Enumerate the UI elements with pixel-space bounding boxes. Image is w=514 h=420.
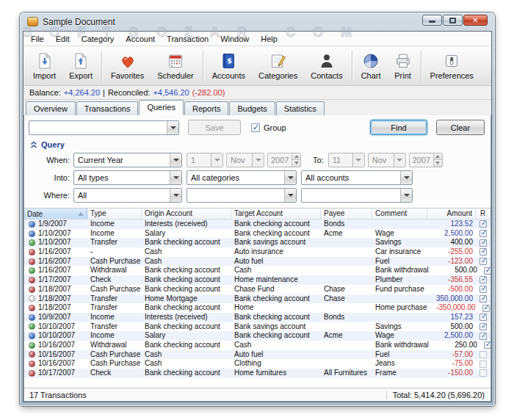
chart-button[interactable]: Chart [355,48,388,84]
column-header-date[interactable]: Date [24,209,87,219]
tab-budgets[interactable]: Budgets [229,101,275,115]
table-row[interactable]: 1/18/2007TransferHome MortgageBank check… [24,294,491,304]
where-select[interactable]: All [73,188,182,203]
reconciled-checkbox[interactable] [479,286,487,293]
into-account-select[interactable]: All accounts [301,170,413,185]
group-checkbox[interactable] [251,123,260,132]
table-row[interactable]: 1/18/2007TransferBank checking accountHo… [24,303,491,313]
reconciled-checkbox[interactable] [479,361,487,368]
menu-item-help[interactable]: Help [255,33,283,45]
column-header-r[interactable]: R [476,209,491,219]
reconciled-checkbox[interactable] [479,323,487,330]
spin-down-icon[interactable] [433,160,442,167]
reconciled-checkbox[interactable] [479,295,487,303]
column-header-amount[interactable]: Amount [427,209,476,219]
print-button[interactable]: Print [388,48,419,84]
categories-button[interactable]: Categories [252,48,304,84]
export-button[interactable]: Export [62,48,99,84]
title-bar[interactable]: Sample Document ✕ [23,12,492,31]
table-row[interactable]: 1/16/2007Cash PurchaseCashAuto fuelFuel-… [24,257,491,267]
toolbar-button-label: Favorites [111,71,144,80]
column-header-type[interactable]: Type [87,209,142,219]
menu-item-account[interactable]: Account [120,33,161,45]
from-year-spinner[interactable]: 2007 [267,153,301,167]
menu-item-window[interactable]: Window [214,33,255,45]
maximize-button[interactable] [443,15,463,26]
table-row[interactable]: 10/17/2007CheckBank checking accountHome… [24,369,491,378]
reconciled-checkbox[interactable] [484,341,491,349]
spin-down-icon[interactable] [292,160,300,167]
spin-up-icon[interactable] [292,153,300,161]
query-toolbar: Save Group Find Clear [29,120,486,135]
table-row[interactable]: 1/9/2007IncomeInterests (received)Bank c… [24,220,491,229]
reconciled-checkbox[interactable] [479,333,487,340]
reconciled-checkbox[interactable] [479,230,487,237]
reconciled-checkbox[interactable] [479,248,487,256]
table-row[interactable]: 1/10/2007TransferBank checking accountBa… [24,238,491,247]
query-section-header[interactable]: Query [30,140,491,149]
table-row[interactable]: 10/9/2007IncomeInterests (received)Bank … [24,313,491,322]
comment-cell: Home purchase [372,303,430,313]
reconciled-checkbox[interactable] [479,239,487,247]
into-type-select[interactable]: All types [73,170,182,185]
table-row[interactable]: 1/10/2007IncomeSalaryBank checking accou… [24,229,491,239]
table-row[interactable]: 10/10/2007TransferBank checking accountB… [24,322,491,332]
menu-item-transaction[interactable]: Transaction [161,33,214,45]
reconciled-checkbox[interactable] [484,267,491,275]
to-year-spinner[interactable]: 2007 [409,153,443,167]
tab-queries[interactable]: Queries [139,100,184,115]
menu-item-category[interactable]: Category [76,33,120,45]
table-row[interactable]: 1/16/2007WithdrawalBank checking account… [24,266,491,275]
table-row[interactable]: 1/17/2007CheckBank checking accountHome … [24,275,491,285]
tab-transactions[interactable]: Transactions [76,101,139,115]
table-row[interactable]: 10/10/2007IncomeSalaryBank checking acco… [24,331,491,341]
into-type-value: All types [74,173,170,182]
table-row[interactable]: 10/16/2007Cash PurchaseCashAuto fuelFuel… [24,350,491,360]
accounts-button[interactable]: $Accounts [206,48,252,84]
minimize-button[interactable] [422,15,442,26]
favorites-button[interactable]: Favorites [104,48,151,84]
column-header-target-account[interactable]: Target Account [231,209,321,219]
column-header-origin-account[interactable]: Origin Account [142,209,231,219]
reconciled-checkbox[interactable] [479,276,487,283]
tab-reports[interactable]: Reports [184,101,229,115]
where-row: Where: All [27,187,491,203]
reconciled-checkbox[interactable] [482,305,490,312]
saved-query-select[interactable] [29,120,179,135]
spin-up-icon[interactable] [433,153,442,161]
tab-overview[interactable]: Overview [26,101,76,115]
menu-item-file[interactable]: File [25,33,50,45]
when-period-select[interactable]: Current Year [73,153,182,167]
into-category-select[interactable]: All categories [187,170,297,185]
when-period-value: Current Year [74,156,170,164]
table-row[interactable]: 10/16/2007Cash PurchaseCashClothingJeans… [24,359,491,369]
menu-item-edit[interactable]: Edit [50,33,76,45]
date-cell: 10/10/2007 [24,322,87,332]
scheduler-button[interactable]: Scheduler [151,48,200,84]
save-button[interactable]: Save [188,120,241,135]
close-button[interactable]: ✕ [463,15,488,26]
table-row[interactable]: 1/16/2007-CashAuto insuranceCar insuranc… [24,247,491,257]
column-header-comment[interactable]: Comment [372,209,427,219]
from-day-select[interactable]: 1 [187,153,223,167]
tab-statistics[interactable]: Statistics [276,101,325,115]
reconciled-checkbox[interactable] [479,369,487,377]
reconciled-checkbox[interactable] [479,314,487,321]
to-month-select[interactable]: Nov [368,153,406,167]
reconciled-checkbox[interactable] [479,220,487,228]
where-select-3[interactable] [301,188,413,203]
contacts-button[interactable]: Contacts [304,48,349,84]
table-row[interactable]: 1/18/2007Cash PurchaseBank checking acco… [24,285,491,294]
amount-cell: -57.00 [427,350,476,360]
where-select-2[interactable] [187,188,297,203]
from-month-select[interactable]: Nov [226,153,264,167]
find-button[interactable]: Find [370,120,427,135]
column-header-payee[interactable]: Payee [321,209,372,219]
import-button[interactable]: Import [26,48,62,84]
reconciled-checkbox[interactable] [479,258,487,265]
table-row[interactable]: 10/16/2007WithdrawalBank checking accoun… [24,341,491,350]
to-day-select[interactable]: 11 [328,153,365,167]
preferences-button[interactable]: Preferences [424,48,480,84]
reconciled-checkbox[interactable] [479,351,487,358]
clear-button[interactable]: Clear [436,120,485,135]
